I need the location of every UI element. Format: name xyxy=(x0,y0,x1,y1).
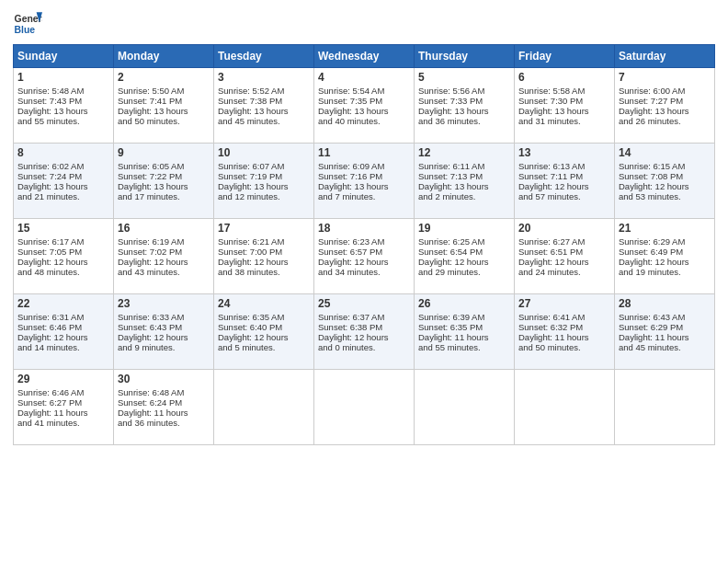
cell-line: Sunset: 6:38 PM xyxy=(318,322,410,332)
cell-line: Daylight: 11 hours xyxy=(518,332,610,342)
weekday-header-friday: Friday xyxy=(515,45,615,68)
cell-line: and 2 minutes. xyxy=(418,191,510,201)
weekday-header-wednesday: Wednesday xyxy=(314,45,415,68)
calendar-cell: 11Sunrise: 6:09 AMSunset: 7:16 PMDayligh… xyxy=(314,144,415,219)
cell-line: Sunset: 6:51 PM xyxy=(518,247,610,257)
cell-line: Sunset: 6:32 PM xyxy=(518,322,610,332)
cell-line: Sunset: 6:54 PM xyxy=(418,247,510,257)
cell-line: Sunrise: 6:21 AM xyxy=(218,236,310,247)
cell-line: and 7 minutes. xyxy=(318,191,410,201)
calendar-cell xyxy=(314,370,415,445)
cell-line: and 17 minutes. xyxy=(118,191,210,201)
day-number: 6 xyxy=(518,71,610,84)
cell-line: and 36 minutes. xyxy=(118,418,210,428)
calendar-week-row: 15Sunrise: 6:17 AMSunset: 7:05 PMDayligh… xyxy=(14,219,715,294)
cell-line: Sunrise: 6:33 AM xyxy=(118,312,210,322)
cell-line: Daylight: 13 hours xyxy=(418,106,510,116)
cell-line: Daylight: 12 hours xyxy=(619,181,711,191)
day-number: 3 xyxy=(218,71,310,84)
cell-line: Daylight: 12 hours xyxy=(17,257,109,267)
day-number: 13 xyxy=(518,146,610,159)
cell-line: Daylight: 12 hours xyxy=(518,181,610,191)
calendar-cell: 26Sunrise: 6:39 AMSunset: 6:35 PMDayligh… xyxy=(415,294,515,370)
calendar-cell: 9Sunrise: 6:05 AMSunset: 7:22 PMDaylight… xyxy=(114,144,214,219)
day-number: 25 xyxy=(318,297,410,310)
cell-line: Sunset: 6:27 PM xyxy=(17,397,109,408)
cell-line: Sunrise: 5:48 AM xyxy=(17,86,109,96)
day-number: 21 xyxy=(619,222,711,235)
cell-line: Sunset: 7:02 PM xyxy=(118,247,210,257)
cell-line: and 0 minutes. xyxy=(318,342,410,352)
cell-line: and 45 minutes. xyxy=(218,116,310,126)
cell-line: and 45 minutes. xyxy=(619,342,711,352)
cell-line: Sunset: 6:43 PM xyxy=(118,322,210,332)
day-number: 8 xyxy=(17,146,109,159)
calendar-cell: 17Sunrise: 6:21 AMSunset: 7:00 PMDayligh… xyxy=(214,219,314,294)
calendar-cell: 25Sunrise: 6:37 AMSunset: 6:38 PMDayligh… xyxy=(314,294,415,370)
cell-line: Sunrise: 6:43 AM xyxy=(619,312,711,322)
calendar-cell: 15Sunrise: 6:17 AMSunset: 7:05 PMDayligh… xyxy=(14,219,114,294)
cell-line: Sunrise: 6:19 AM xyxy=(118,236,210,247)
cell-line: Sunrise: 6:27 AM xyxy=(518,236,610,247)
calendar-cell: 8Sunrise: 6:02 AMSunset: 7:24 PMDaylight… xyxy=(14,144,114,219)
calendar-cell: 3Sunrise: 5:52 AMSunset: 7:38 PMDaylight… xyxy=(214,68,314,144)
cell-line: and 55 minutes. xyxy=(418,342,510,352)
calendar-cell: 21Sunrise: 6:29 AMSunset: 6:49 PMDayligh… xyxy=(615,219,715,294)
day-number: 7 xyxy=(619,71,711,84)
cell-line: Daylight: 11 hours xyxy=(619,332,711,342)
calendar-cell: 1Sunrise: 5:48 AMSunset: 7:43 PMDaylight… xyxy=(14,68,114,144)
cell-line: Sunrise: 5:58 AM xyxy=(518,86,610,96)
day-number: 28 xyxy=(619,297,711,310)
cell-line: Daylight: 13 hours xyxy=(418,181,510,191)
cell-line: and 53 minutes. xyxy=(619,191,711,201)
cell-line: Sunrise: 6:25 AM xyxy=(418,236,510,247)
cell-line: Sunrise: 6:17 AM xyxy=(17,236,109,247)
cell-line: and 14 minutes. xyxy=(17,342,109,352)
cell-line: Sunset: 6:57 PM xyxy=(318,247,410,257)
cell-line: and 31 minutes. xyxy=(518,116,610,126)
cell-line: Sunset: 7:24 PM xyxy=(17,171,109,181)
calendar-table: SundayMondayTuesdayWednesdayThursdayFrid… xyxy=(13,44,715,445)
cell-line: Sunset: 7:16 PM xyxy=(318,171,410,181)
cell-line: Sunset: 7:11 PM xyxy=(518,171,610,181)
cell-line: Daylight: 12 hours xyxy=(518,257,610,267)
calendar-cell: 4Sunrise: 5:54 AMSunset: 7:35 PMDaylight… xyxy=(314,68,415,144)
cell-line: and 29 minutes. xyxy=(418,267,510,277)
day-number: 19 xyxy=(418,222,510,235)
calendar-cell: 16Sunrise: 6:19 AMSunset: 7:02 PMDayligh… xyxy=(114,219,214,294)
cell-line: Sunset: 7:43 PM xyxy=(17,96,109,106)
day-number: 30 xyxy=(118,373,210,385)
cell-line: Sunrise: 6:07 AM xyxy=(218,161,310,171)
cell-line: Sunset: 6:40 PM xyxy=(218,322,310,332)
header: General Blue xyxy=(13,9,715,39)
calendar-cell xyxy=(415,370,515,445)
cell-line: Daylight: 11 hours xyxy=(118,408,210,418)
cell-line: Sunset: 7:05 PM xyxy=(17,247,109,257)
logo: General Blue xyxy=(13,9,42,39)
cell-line: Sunset: 7:27 PM xyxy=(619,96,711,106)
weekday-header-monday: Monday xyxy=(114,45,214,68)
cell-line: and 5 minutes. xyxy=(218,342,310,352)
cell-line: Daylight: 11 hours xyxy=(17,408,109,418)
cell-line: Sunset: 7:08 PM xyxy=(619,171,711,181)
page-container: General Blue SundayMondayTuesdayWednesda… xyxy=(0,0,728,451)
calendar-cell: 5Sunrise: 5:56 AMSunset: 7:33 PMDaylight… xyxy=(415,68,515,144)
day-number: 4 xyxy=(318,71,410,84)
weekday-header-sunday: Sunday xyxy=(14,45,114,68)
cell-line: Sunset: 6:49 PM xyxy=(619,247,711,257)
calendar-cell: 13Sunrise: 6:13 AMSunset: 7:11 PMDayligh… xyxy=(515,144,615,219)
cell-line: and 34 minutes. xyxy=(318,267,410,277)
calendar-week-row: 8Sunrise: 6:02 AMSunset: 7:24 PMDaylight… xyxy=(14,144,715,219)
calendar-cell: 2Sunrise: 5:50 AMSunset: 7:41 PMDaylight… xyxy=(114,68,214,144)
cell-line: Daylight: 13 hours xyxy=(518,106,610,116)
cell-line: Daylight: 13 hours xyxy=(17,106,109,116)
cell-line: Sunrise: 6:23 AM xyxy=(318,236,410,247)
weekday-header-thursday: Thursday xyxy=(415,45,515,68)
cell-line: and 9 minutes. xyxy=(118,342,210,352)
calendar-cell: 18Sunrise: 6:23 AMSunset: 6:57 PMDayligh… xyxy=(314,219,415,294)
cell-line: Sunrise: 6:15 AM xyxy=(619,161,711,171)
cell-line: Sunset: 6:24 PM xyxy=(118,397,210,408)
cell-line: and 21 minutes. xyxy=(17,191,109,201)
calendar-cell: 24Sunrise: 6:35 AMSunset: 6:40 PMDayligh… xyxy=(214,294,314,370)
day-number: 16 xyxy=(118,222,210,235)
